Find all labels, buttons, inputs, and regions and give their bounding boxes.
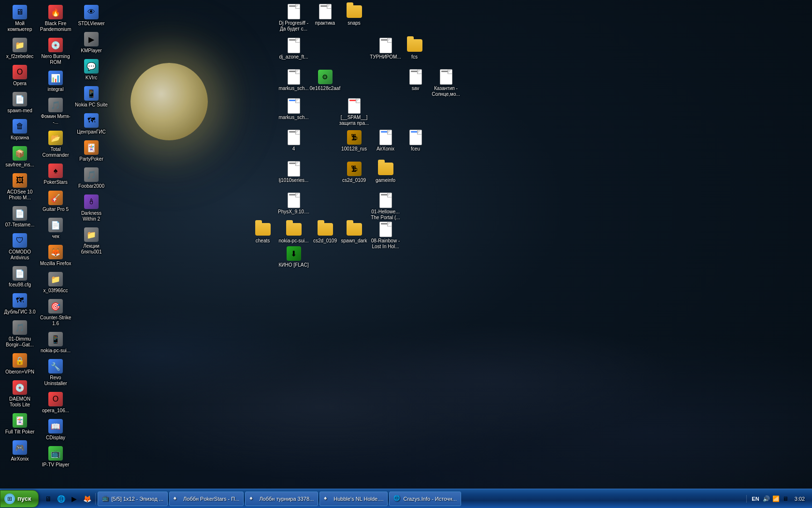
desktop-icon-nero-burning[interactable]: 💿Nero Burning ROM (38, 35, 73, 67)
praktika-icon (318, 4, 333, 19)
file-icon-physx[interactable]: PhysX_9.10.... (276, 191, 312, 216)
desktop-icon-fomin[interactable]: 🎵Фомин Митя--... (38, 95, 73, 127)
start-button[interactable]: ⊞ пуск (0, 490, 39, 508)
file-icon-lj1010series[interactable]: lj1010series... (276, 160, 312, 185)
desktop-icon-opera2[interactable]: Oopera_106... (38, 389, 73, 416)
system-tray: EN 🔊 📶 🖥 3:02 (746, 495, 812, 503)
desktop-icon-dublyagis[interactable]: 🗺ДубльГИС 3.0 (2, 291, 37, 317)
desktop-icon-acdsee[interactable]: 🖼ACDSee 10 Photo M... (2, 171, 37, 203)
desktop-icon-centrangis[interactable]: 🗺ЦентранГИС (74, 111, 109, 137)
desktop-icon-guitar-pro[interactable]: 🎸Guitar Pro 5 (38, 188, 73, 214)
spawn-dark-icon (347, 222, 362, 237)
file-icon-markus-sch1[interactable]: markus_sch... (276, 68, 312, 93)
oberon-label: Oberon+VPN (5, 369, 34, 375)
file-icon-4[interactable]: 4 (276, 128, 312, 153)
desktop-icon-kvirc[interactable]: 💬KVIrc (74, 57, 109, 83)
07-testame-icon: 📄 (12, 206, 28, 221)
01-dimmu-label: 01-Dimmu Borgir--Gat... (3, 336, 36, 348)
file-icon-kazantiip[interactable]: Казантип - Солнце,мо... (428, 68, 464, 99)
file-icon-08-rainbow[interactable]: 08-Rainbow - Lost In Hol... (367, 220, 404, 251)
daemon-tools-icon: 💿 (12, 380, 28, 395)
desktop-icon-cdisplay[interactable]: 📖CDisplay (38, 417, 73, 443)
tray-network[interactable]: 📶 (772, 495, 780, 503)
desktop-icon-daemon-tools[interactable]: 💿DAEMON Tools Lite (2, 378, 37, 410)
desktop-icon-kmplayer[interactable]: ▶KMPlayer (74, 30, 109, 56)
desktop-icon-comodo[interactable]: 🛡COMODO Antivirus (2, 231, 37, 263)
desktop-icon-my-computer[interactable]: 🖥Мой компьютер (2, 2, 37, 34)
wmp-btn[interactable]: ▶ (69, 493, 80, 505)
file-icon-spam[interactable]: [__SPAM__] защита пра... (336, 97, 372, 128)
ie-btn[interactable]: 🌐 (56, 493, 67, 505)
tb-crazys-label: Crazys.Info - Источн... (403, 496, 457, 502)
file-icon-0e16128c[interactable]: ⚙0e16128c2aaf (307, 68, 343, 93)
desktop-icon-01-dimmu[interactable]: 🎵01-Dimmu Borgir--Gat... (2, 318, 37, 350)
desktop-icon-spawn-med[interactable]: 📄spawn-med (2, 90, 37, 116)
file-icon-fcs[interactable]: fcs (396, 36, 433, 61)
taskbar-item-tb-crazys[interactable]: 🌐Crazys.Info - Источн... (389, 492, 461, 506)
tray-monitor[interactable]: 🖥 (782, 495, 789, 503)
desktop-icon-full-tilt[interactable]: 🃏Full Tilt Poker (2, 411, 37, 437)
file-icon-100128-rus[interactable]: 🗜100128_rus (336, 128, 372, 153)
desktop-icon-partypoker[interactable]: 🃏PartyPoker (74, 138, 109, 164)
partypoker-icon: 🃏 (84, 140, 99, 155)
dublyagis-label: ДубльГИС 3.0 (4, 309, 36, 315)
dj-azone-label: dj_azone_ft... (279, 54, 308, 60)
desktop-icon-opera[interactable]: OOpera (2, 62, 37, 89)
desktop-icon-chek[interactable]: 📄чек (38, 215, 73, 241)
01-dimmu-icon: 🎵 (12, 320, 28, 335)
language-indicator[interactable]: EN (751, 496, 760, 502)
desktop-icon-darkness[interactable]: 🕯Darkness Within 2 (74, 192, 109, 224)
desktop-icon-07-testame[interactable]: 📄07-Testame... (2, 204, 37, 230)
desktop-icon-mozilla[interactable]: 🦊Mozilla Firefox (38, 242, 73, 269)
file-icon-nokia-pc-sui2[interactable]: nokia-pc-sui... (276, 220, 312, 245)
taskbar-item-tb-lobby-turnir[interactable]: ♠Лоббн турнира 3378... (245, 492, 318, 506)
guitar-pro-label: Guitar Pro 5 (43, 207, 69, 212)
show-desktop-btn[interactable]: 🖥 (43, 493, 54, 505)
file-icon-kino-flac[interactable]: ⬇КИНО [FLAC] (276, 244, 312, 269)
desktop-icon-korzina[interactable]: 🗑Корзина (2, 117, 37, 143)
desktop-icon-oberon[interactable]: 🔒Oberon+VPN (2, 351, 37, 377)
counter-strike-label: Counter-Strike 1.6 (39, 315, 72, 327)
start-icon: ⊞ (4, 493, 15, 504)
desktop-icon-iptv[interactable]: 📺IP-TV Player (38, 444, 73, 470)
desktop-icon-pokerstars[interactable]: ♠PokerStars (38, 161, 73, 187)
desktop-icon-black-fire[interactable]: 🔥Black Fire Pandemonium (38, 2, 73, 34)
file-icon-snaps[interactable]: snaps (336, 2, 372, 28)
dublyagis-icon: 🗺 (12, 293, 28, 308)
integral-icon: 📊 (48, 70, 63, 86)
desktop-icon-lekcii[interactable]: 📁Лекции блять001 (74, 225, 109, 257)
file-icon-markus-sch2[interactable]: markus_sch... (276, 97, 312, 122)
praktika-label: практика (315, 20, 335, 26)
firefox-quick-btn[interactable]: 🦊 (82, 493, 93, 505)
4-icon (286, 130, 302, 145)
desktop-icon-nokia-pc-sui[interactable]: 📱nokia-pc-sui... (38, 329, 73, 356)
file-icon-fceu2[interactable]: fceu (397, 128, 434, 153)
file-icon-spawn-dark[interactable]: spawn_dark (336, 220, 372, 245)
desktop-icon-airxonix[interactable]: 🎮AirXonix (2, 438, 37, 464)
taskbar-item-tb-hubble[interactable]: ♠Hubble's NL Holde.... (319, 492, 388, 506)
desktop-icon-savfree-ins[interactable]: 📦savfree_ins... (2, 144, 37, 170)
tray-audio[interactable]: 🔊 (762, 495, 770, 503)
desktop-icon-fceu98[interactable]: 📄fceu98.cfg (2, 264, 37, 290)
file-icon-dj-azone[interactable]: dj_azone_ft... (276, 36, 312, 61)
file-icon-hellowe[interactable]: 01-Hellowe... The Portal (... (367, 191, 404, 222)
taskbar-item-tb-lobbby-poker[interactable]: ♠Лоббн PokerStars - П... (169, 492, 244, 506)
file-icon-gameinfo[interactable]: gameinfo (367, 160, 404, 185)
my-computer-icon: 🖥 (12, 4, 28, 20)
desktop-icon-counter-strike[interactable]: 🎯Counter-Strike 1.6 (38, 297, 73, 329)
file-icon-dj-progresiff[interactable]: Dj Progresiff - Да будет с... (276, 2, 312, 33)
desktop-icon-nokia-suite[interactable]: 📱Nokia PC Suite (74, 84, 109, 110)
file-icon-cs2d-0109[interactable]: 🗜cs2d_0109 (336, 160, 372, 185)
desktop-icon-total-commander[interactable]: 📂Total Commander (38, 128, 73, 160)
desktop-icon-stdlviewer[interactable]: 👁STDLViewer (74, 2, 109, 29)
taskbar-item-tb-total-cmd[interactable]: 📺[5/5] 1x12 - Эпизод ... (98, 492, 168, 506)
desktop-icon-foobar[interactable]: 🎵Foobar2000 (74, 165, 109, 191)
cs2d-0109b-label: cs2d_0109 (313, 238, 337, 244)
desktop-icon-integral[interactable]: 📊integral (38, 68, 73, 94)
desktop-icon-x-03f966cc[interactable]: 📁x_03f966cc (38, 269, 73, 296)
desktop-icon-x-f2zebedec[interactable]: 📁x_f2zebedec (2, 35, 37, 61)
desktop-icon-revo[interactable]: 🔧Revo Uninstaller (38, 357, 73, 388)
darkness-icon: 🕯 (84, 194, 99, 209)
daemon-tools-label: DAEMON Tools Lite (3, 396, 36, 408)
clock[interactable]: 3:02 (791, 496, 808, 502)
